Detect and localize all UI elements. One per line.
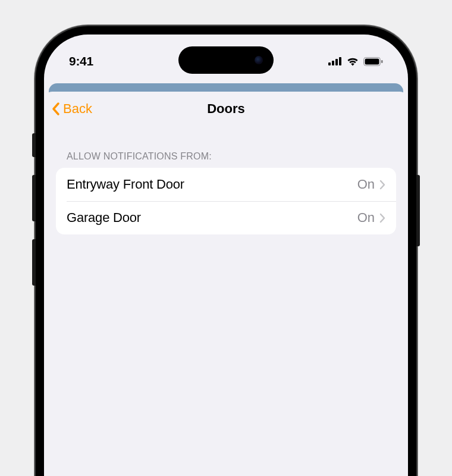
dynamic-island [178,46,274,74]
row-value: On [357,177,375,192]
back-label: Back [63,101,92,117]
svg-rect-0 [328,62,331,65]
status-icons [328,57,383,66]
row-value: On [357,210,375,226]
svg-rect-3 [339,57,341,65]
svg-rect-6 [381,60,383,63]
page-title: Doors [44,101,408,117]
back-button[interactable]: Back [51,101,92,117]
battery-icon [363,57,383,66]
front-camera-icon [255,56,263,64]
phone-frame: 9:41 [36,26,416,476]
cellular-icon [328,57,342,65]
phone-side-buttons-left [32,133,36,303]
content: ALLOW NOTIFICATIONS FROM: Entryway Front… [44,126,408,234]
list-item[interactable]: Garage Door On [56,201,396,234]
nav-bar: Back Doors [44,92,408,126]
settings-sheet: Back Doors ALLOW NOTIFICATIONS FROM: Ent… [44,92,408,472]
row-label: Entryway Front Door [67,177,357,192]
svg-rect-5 [365,58,379,64]
chevron-right-icon [379,213,385,223]
chevron-right-icon [379,180,385,190]
section-header: ALLOW NOTIFICATIONS FROM: [56,151,396,168]
svg-rect-2 [335,59,338,65]
svg-rect-1 [332,61,334,65]
list-item[interactable]: Entryway Front Door On [56,168,396,201]
row-label: Garage Door [67,210,357,226]
phone-side-buttons-right [416,175,420,246]
wifi-icon [346,57,359,66]
notifications-list: Entryway Front Door On Garage Door On [56,168,396,234]
chevron-left-icon [51,102,61,116]
status-time: 9:41 [69,54,93,68]
screen: 9:41 [44,35,408,476]
